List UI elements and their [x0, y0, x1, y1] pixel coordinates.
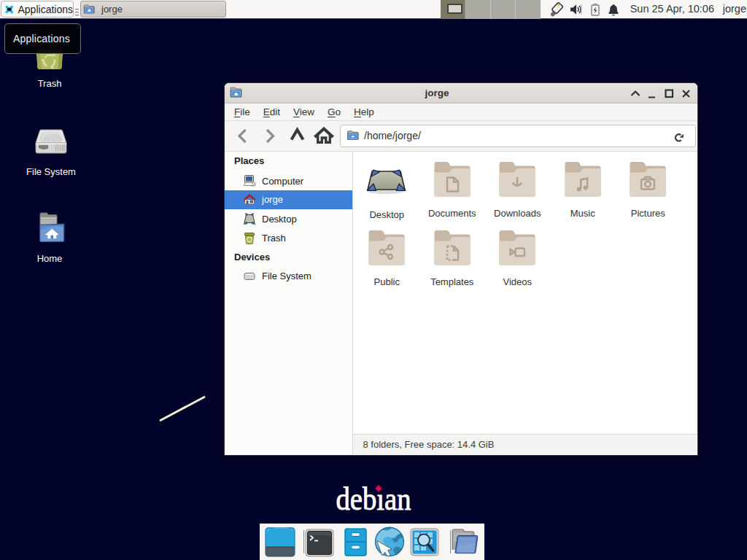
- svg-text:debıan: debıan: [336, 481, 411, 517]
